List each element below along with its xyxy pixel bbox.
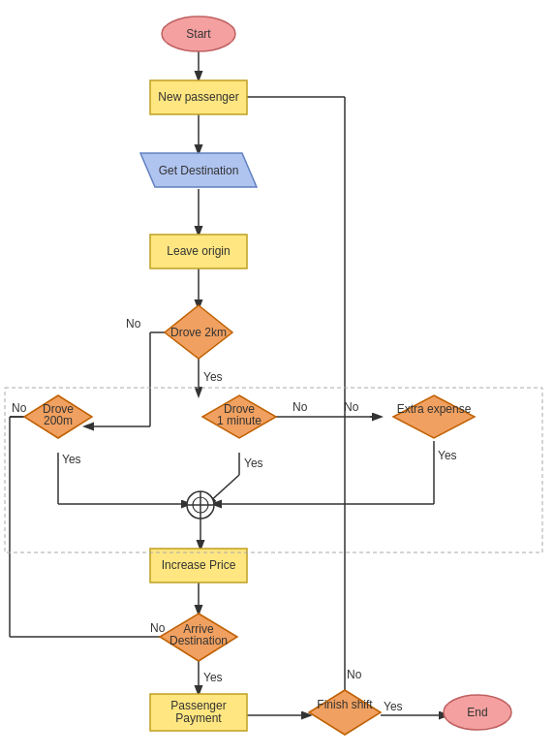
label-yes-1min: Yes	[244, 457, 263, 470]
label-drove-1min-2: 1 minute	[217, 414, 262, 427]
label-no-1: No	[126, 317, 141, 331]
label-drove-2km: Drove 2km	[170, 326, 227, 339]
label-end: End	[467, 706, 487, 719]
label-no-finish: No	[347, 668, 362, 681]
label-start: Start	[186, 27, 211, 41]
label-yes-extra: Yes	[438, 449, 457, 462]
label-yes-arrive: Yes	[203, 671, 223, 684]
label-no-200m: No	[12, 401, 27, 415]
label-drove-200m-2: 200m	[44, 414, 73, 427]
flowchart: Yes No Yes No Yes No No Yes Yes No Yes N	[0, 0, 554, 756]
label-payment-2: Payment	[175, 711, 222, 725]
label-extra-expense-1: Extra expense	[397, 402, 472, 416]
label-finish-1: Finish shift	[317, 698, 373, 711]
label-arrive-dest-2: Destination	[169, 634, 228, 647]
label-payment-1: Passenger	[170, 699, 226, 712]
node-finish-shift	[309, 690, 381, 735]
label-leave-origin: Leave origin	[167, 244, 230, 258]
label-no-arrive: No	[150, 621, 166, 635]
label-get-destination: Get Destination	[159, 164, 239, 177]
label-no-1min: No	[292, 400, 308, 414]
label-no-extra: No	[344, 400, 359, 414]
label-new-passenger: New passenger	[158, 90, 238, 104]
label-yes-finish: Yes	[384, 700, 403, 713]
label-increase-price: Increase Price	[162, 558, 236, 572]
label-yes-1: Yes	[203, 370, 223, 384]
label-yes-200m: Yes	[62, 453, 81, 466]
